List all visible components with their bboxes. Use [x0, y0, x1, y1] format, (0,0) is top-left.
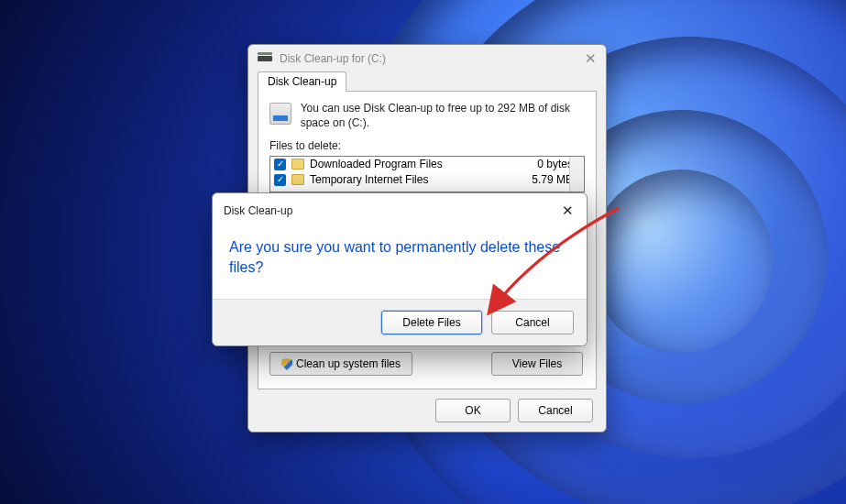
- window-title: Disk Clean-up: [224, 204, 557, 217]
- button-label: Cancel: [515, 316, 549, 329]
- checkbox-checked-icon[interactable]: ✓: [274, 174, 286, 186]
- tab-disk-cleanup[interactable]: Disk Clean-up: [258, 71, 346, 92]
- dialog-actions: OK Cancel: [248, 389, 606, 432]
- item-name: Downloaded Program Files: [310, 158, 532, 170]
- list-item[interactable]: ✓ Temporary Internet Files 5.79 MB: [270, 172, 584, 188]
- scrollbar[interactable]: [569, 157, 584, 192]
- button-label: Cancel: [538, 404, 572, 417]
- list-item[interactable]: ✓ Downloaded Program Files 0 bytes: [270, 157, 584, 172]
- view-files-button[interactable]: View Files: [491, 352, 583, 376]
- drive-cleanup-icon: [258, 52, 272, 65]
- button-label: Delete Files: [402, 316, 460, 329]
- confirmation-dialog: Disk Clean-up ✕ Are you sure you want to…: [212, 192, 588, 346]
- button-label: OK: [465, 404, 480, 417]
- folder-icon: [291, 159, 304, 170]
- intro-text: You can use Disk Clean-up to free up to …: [301, 101, 585, 130]
- delete-files-button[interactable]: Delete Files: [381, 311, 482, 334]
- ok-button[interactable]: OK: [435, 399, 511, 422]
- dialog-actions: Delete Files Cancel: [213, 299, 587, 345]
- title-bar[interactable]: Disk Clean-up ✕: [213, 193, 587, 225]
- checkbox-checked-icon[interactable]: ✓: [274, 159, 286, 170]
- files-list[interactable]: ✓ Downloaded Program Files 0 bytes ✓ Tem…: [269, 156, 585, 192]
- close-icon[interactable]: ✕: [557, 201, 577, 221]
- close-icon[interactable]: ✕: [582, 50, 599, 67]
- confirmation-message: Are you sure you want to permanently del…: [229, 237, 570, 277]
- title-bar[interactable]: Disk Clean-up for (C:) ✕: [248, 45, 606, 71]
- item-name: Temporary Internet Files: [310, 173, 526, 186]
- button-label: Clean up system files: [296, 357, 401, 370]
- decor: [589, 170, 773, 353]
- cancel-button[interactable]: Cancel: [491, 311, 574, 334]
- drive-icon: [269, 103, 291, 125]
- shield-icon: [281, 358, 292, 370]
- folder-icon: [291, 174, 304, 185]
- button-label: View Files: [512, 357, 562, 370]
- files-to-delete-label: Files to delete:: [269, 139, 585, 152]
- cleanup-system-files-button[interactable]: Clean up system files: [269, 352, 412, 376]
- window-title: Disk Clean-up for (C:): [280, 52, 582, 65]
- cancel-button[interactable]: Cancel: [518, 399, 593, 422]
